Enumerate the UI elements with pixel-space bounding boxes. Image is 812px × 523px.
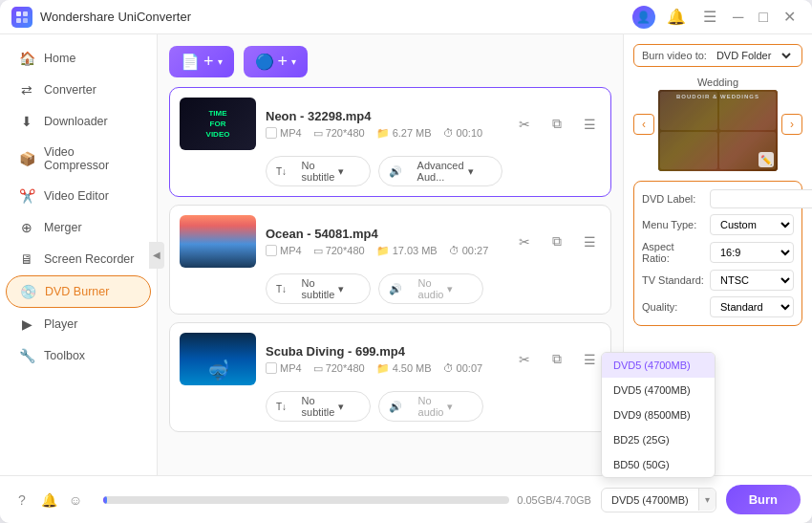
folder-icon: 📁	[376, 245, 390, 257]
file-area: 📄 + ▾ 🔵 + ▾ TIMEFORVIDEO Neon - 32298.m	[158, 34, 623, 475]
user-icon[interactable]: 👤	[632, 6, 655, 29]
sidebar-item-label: Screen Recorder	[44, 252, 135, 266]
burn-to-select[interactable]: DVD Folder ISO File DVD Disc	[713, 49, 794, 62]
format-checkbox[interactable]	[266, 362, 277, 374]
sidebar-item-downloader[interactable]: ⬇ Downloader	[6, 106, 151, 137]
file-format: MP4	[280, 362, 302, 374]
copy-icon[interactable]: ⧉	[545, 113, 568, 136]
menu-dots-icon[interactable]: ☰	[578, 113, 601, 136]
cut-icon[interactable]: ✂	[513, 348, 536, 371]
sidebar-item-video-editor[interactable]: ✂️ Video Editor	[6, 181, 151, 211]
converter-icon: ⇄	[19, 82, 34, 98]
file-duration-item: ⏱ 00:27	[449, 245, 489, 256]
cut-icon[interactable]: ✂	[513, 230, 536, 253]
aspect-ratio-label: Aspect Ratio:	[642, 241, 704, 264]
file-format-item: MP4	[266, 362, 302, 374]
progress-bar-fill	[103, 496, 107, 504]
file-info: Neon - 32298.mp4 MP4 ▭ 720*480 📁 6.27 MB	[266, 109, 503, 140]
burn-button[interactable]: Burn	[726, 485, 801, 514]
copy-icon[interactable]: ⧉	[545, 348, 568, 371]
file-top: TIMEFORVIDEO Neon - 32298.mp4 MP4 ▭ 720*…	[180, 98, 601, 150]
sidebar-item-toolbox[interactable]: 🔧 Toolbox	[6, 340, 151, 371]
template-prev-btn[interactable]: ‹	[633, 114, 654, 135]
menu-type-select[interactable]: Custom None	[710, 214, 794, 235]
audio-select[interactable]: 🔊 No audio ▾	[378, 391, 483, 422]
burn-to-bar: Burn video to: DVD Folder ISO File DVD D…	[633, 44, 802, 67]
menu-icon[interactable]: ☰	[701, 6, 718, 28]
file-format: MP4	[280, 127, 302, 139]
compressor-icon: 📦	[19, 151, 34, 166]
menu-type-row: Menu Type: Custom None	[642, 214, 794, 235]
sidebar-item-home[interactable]: 🏠 Home	[6, 43, 151, 74]
title-bar-controls: 👤 🔔 ☰ ─ □ ✕	[632, 6, 801, 29]
feedback-icon[interactable]: ☺	[65, 490, 86, 511]
file-resolution: 720*480	[326, 362, 365, 374]
sidebar-item-player[interactable]: ▶ Player	[6, 309, 151, 339]
dvd-size-dropdown-btn[interactable]: ▾	[698, 489, 716, 511]
subtitle-chevron: ▾	[338, 165, 360, 178]
add-screen-btn[interactable]: 🔵 + ▾	[244, 46, 309, 77]
template-next-btn[interactable]: ›	[781, 114, 802, 135]
format-checkbox[interactable]	[266, 127, 277, 139]
clock-icon: ⏱	[443, 362, 454, 374]
cut-icon[interactable]: ✂	[513, 113, 536, 136]
audio-select[interactable]: 🔊 Advanced Aud... ▾	[378, 156, 502, 186]
help-icon[interactable]: ?	[11, 490, 32, 511]
template-section: ‹ Wedding BOUDOIR & WEDDINGS	[633, 76, 802, 171]
sidebar-item-merger[interactable]: ⊕ Merger	[6, 212, 151, 243]
subtitle-select[interactable]: T↓ No subtitle ▾	[266, 156, 371, 186]
copy-icon[interactable]: ⧉	[545, 230, 568, 253]
subtitle-icon: T↓	[276, 166, 298, 177]
dvd-option-bd50[interactable]: BD50 (50G)	[602, 452, 715, 477]
menu-dots-icon[interactable]: ☰	[578, 348, 601, 371]
dvd-option-dvd5-4700[interactable]: DVD5 (4700MB)	[602, 353, 715, 378]
dvd-option-bd25[interactable]: BD25 (25G)	[602, 427, 715, 452]
bell-icon[interactable]: 🔔	[38, 490, 59, 511]
subtitle-select[interactable]: T↓ No subtitle ▾	[266, 391, 371, 422]
aspect-ratio-select[interactable]: 16:9 4:3	[710, 242, 794, 263]
folder-icon: 📁	[376, 127, 390, 140]
sidebar-item-video-compressor[interactable]: 📦 Video Compressor	[6, 138, 151, 180]
file-duration: 00:27	[462, 245, 489, 256]
menu-dots-icon[interactable]: ☰	[578, 230, 601, 253]
audio-chevron: ▾	[447, 283, 473, 295]
sidebar-item-dvd-burner[interactable]: 💿 DVD Burner	[6, 275, 151, 308]
sidebar-item-label: Video Editor	[44, 189, 109, 203]
template-edit-btn[interactable]: ✏️	[759, 152, 774, 167]
audio-select[interactable]: 🔊 No audio ▾	[378, 273, 483, 304]
file-format: MP4	[280, 245, 302, 256]
sidebar-item-label: Home	[44, 52, 75, 65]
file-name: Neon - 32298.mp4	[266, 109, 503, 123]
file-duration-item: ⏱ 00:07	[443, 362, 483, 374]
file-format-item: MP4	[266, 245, 302, 256]
add-files-icon: 📄	[181, 53, 200, 71]
file-thumbnail: 🤿	[180, 333, 256, 385]
sidebar-collapse-btn[interactable]: ◀	[149, 242, 164, 269]
dvd-option-dvd5-alt[interactable]: DVD5 (4700MB)	[602, 378, 715, 403]
file-thumbnail	[180, 215, 256, 268]
close-btn[interactable]: ✕	[781, 6, 798, 28]
add-files-btn[interactable]: 📄 + ▾	[169, 46, 234, 77]
file-bottom: T↓ No subtitle ▾ 🔊 No audio ▾	[180, 391, 601, 422]
file-size-item: 📁 4.50 MB	[376, 362, 432, 375]
subtitle-select[interactable]: T↓ No subtitle ▾	[266, 273, 371, 304]
bottom-bar: ? 🔔 ☺ 0.05GB/4.70GB DVD5 (4700MB) ▾ DVD5…	[0, 475, 812, 523]
sidebar-item-screen-recorder[interactable]: 🖥 Screen Recorder	[6, 244, 151, 274]
maximize-btn[interactable]: □	[757, 7, 770, 28]
minimize-btn[interactable]: ─	[731, 7, 745, 28]
clock-icon: ⏱	[443, 127, 454, 139]
quality-select[interactable]: Standard High Low	[710, 296, 794, 317]
dvd-label-row: DVD Label:	[642, 189, 794, 208]
template-cell-3	[660, 132, 717, 170]
dvd-size-label[interactable]: DVD5 (4700MB)	[602, 489, 698, 512]
notification-icon[interactable]: 🔔	[665, 6, 688, 29]
dvd-label-input[interactable]	[710, 189, 812, 208]
tv-standard-select[interactable]: NTSC PAL	[710, 270, 794, 291]
file-actions: ✂ ⧉ ☰	[513, 113, 601, 136]
svg-rect-2	[16, 18, 21, 23]
format-checkbox[interactable]	[266, 245, 277, 256]
dvd-option-dvd9[interactable]: DVD9 (8500MB)	[602, 403, 715, 427]
file-list: TIMEFORVIDEO Neon - 32298.mp4 MP4 ▭ 720*…	[169, 87, 611, 432]
sidebar-item-converter[interactable]: ⇄ Converter	[6, 75, 151, 105]
file-resolution-item: ▭ 720*480	[313, 245, 365, 257]
